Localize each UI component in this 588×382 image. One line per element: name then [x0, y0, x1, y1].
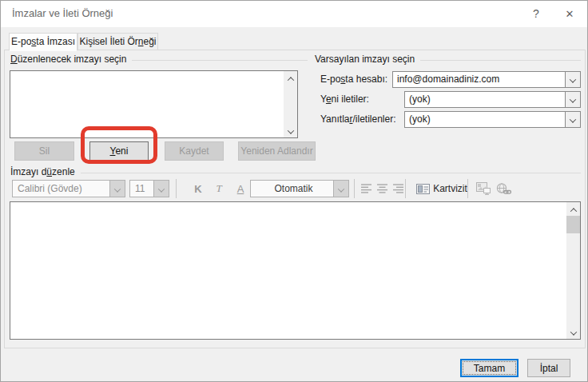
tab-email-signature[interactable]: E-posta İmzası: [9, 33, 77, 51]
help-icon[interactable]: ?: [526, 6, 546, 22]
edit-area-scrollbar[interactable]: [566, 202, 580, 339]
scroll-up-icon[interactable]: [566, 202, 580, 216]
new-messages-label: Yeni iletiler:: [320, 94, 369, 105]
bold-button[interactable]: K: [189, 180, 207, 197]
font-name-value: Calibri (Gövde): [18, 181, 108, 197]
default-signature-group-label: Varsayılan imzayı seçin: [315, 54, 581, 65]
chevron-down-icon[interactable]: [565, 112, 580, 127]
scroll-up-icon[interactable]: [284, 71, 297, 85]
email-account-dropdown[interactable]: info@domainadiniz.com: [392, 71, 581, 88]
scrollbar-thumb[interactable]: [566, 216, 580, 233]
ok-button[interactable]: Tamam: [460, 359, 518, 377]
business-card-icon: [416, 184, 430, 194]
scroll-down-icon[interactable]: [566, 325, 580, 339]
insert-picture-button[interactable]: [474, 180, 493, 197]
italic-button[interactable]: T: [210, 180, 228, 197]
email-account-label: E-posta hesabı:: [320, 74, 387, 85]
replies-forwards-dropdown[interactable]: (yok): [404, 111, 581, 128]
tab-label-part: E-po: [11, 36, 31, 47]
chevron-down-icon[interactable]: [109, 181, 125, 197]
align-left-button[interactable]: [360, 180, 373, 197]
new-messages-dropdown[interactable]: (yok): [404, 91, 581, 108]
business-card-label: Kartvizit: [433, 183, 467, 194]
font-name-dropdown[interactable]: Calibri (Gövde): [12, 180, 125, 197]
replies-forwards-label: Yanıtlar/iletilenler:: [320, 113, 396, 125]
font-size-value: 11: [135, 181, 152, 197]
align-right-icon: [393, 184, 404, 193]
tab-personal-stationery[interactable]: Kişisel İleti Örneği: [77, 33, 158, 50]
label-part: Varsayılan imzayı seçin: [315, 54, 415, 65]
signature-listbox[interactable]: [10, 70, 298, 138]
scroll-down-icon[interactable]: [284, 124, 297, 137]
insert-hyperlink-button[interactable]: [493, 180, 514, 197]
label-part: üzenlenecek imzayı seçin: [18, 54, 127, 65]
delete-button[interactable]: Sil: [14, 141, 74, 161]
font-color-value: Otomatik: [256, 181, 332, 197]
align-center-button[interactable]: [376, 180, 389, 197]
toolbar-separator: [405, 179, 406, 198]
toolbar-separator: [354, 179, 355, 198]
hyperlink-globe-icon: [495, 183, 511, 195]
underline-button[interactable]: A: [232, 180, 249, 197]
font-color-dropdown[interactable]: Otomatik: [250, 180, 349, 197]
group-divider: [81, 173, 581, 173]
chevron-down-icon[interactable]: [153, 181, 169, 197]
picture-icon: [476, 182, 491, 195]
tab-label-part: Kişisel İleti Ör: [79, 36, 137, 47]
chevron-down-icon[interactable]: [333, 181, 348, 197]
dialog-title: İmzalar ve İleti Örneği: [12, 7, 113, 19]
replies-forwards-value: (yok): [409, 112, 564, 127]
align-right-button[interactable]: [392, 180, 405, 197]
chevron-down-icon[interactable]: [565, 72, 580, 87]
titlebar: İmzalar ve İleti Örneği ? ✕: [1, 1, 587, 27]
cancel-button[interactable]: İptal: [527, 359, 570, 377]
email-account-value: info@domainadiniz.com: [397, 72, 564, 87]
rename-button[interactable]: Yeniden Adlandır: [238, 141, 316, 161]
tab-label-part: eği: [144, 36, 157, 47]
group-divider: [420, 60, 581, 61]
signature-edit-area[interactable]: [10, 201, 581, 340]
save-button[interactable]: Kaydet: [165, 141, 224, 161]
align-left-icon: [361, 184, 372, 193]
label-accel: D: [10, 54, 18, 65]
select-signature-group-label: Düzenlenecek imzayı seçin: [10, 54, 308, 65]
edit-signature-group-label: İmzayı düzenle: [10, 166, 581, 177]
group-divider: [132, 60, 308, 61]
close-icon[interactable]: ✕: [559, 6, 580, 22]
tab-label-part: ta İmzası: [36, 36, 75, 47]
toolbar-separator: [467, 179, 468, 198]
align-center-icon: [377, 184, 388, 193]
font-size-dropdown[interactable]: 11: [129, 180, 169, 197]
button-label-part: eni: [115, 145, 128, 157]
signatures-dialog: İmzalar ve İleti Örneği ? ✕ E-posta İmza…: [0, 0, 588, 382]
new-button[interactable]: Yeni: [89, 141, 149, 161]
chevron-down-icon[interactable]: [565, 92, 580, 107]
tab-label-accel: n: [138, 36, 144, 47]
listbox-scrollbar[interactable]: [284, 71, 297, 137]
new-messages-value: (yok): [409, 92, 564, 107]
business-card-button[interactable]: Kartvizit: [410, 180, 474, 197]
toolbar-separator: [176, 179, 177, 198]
